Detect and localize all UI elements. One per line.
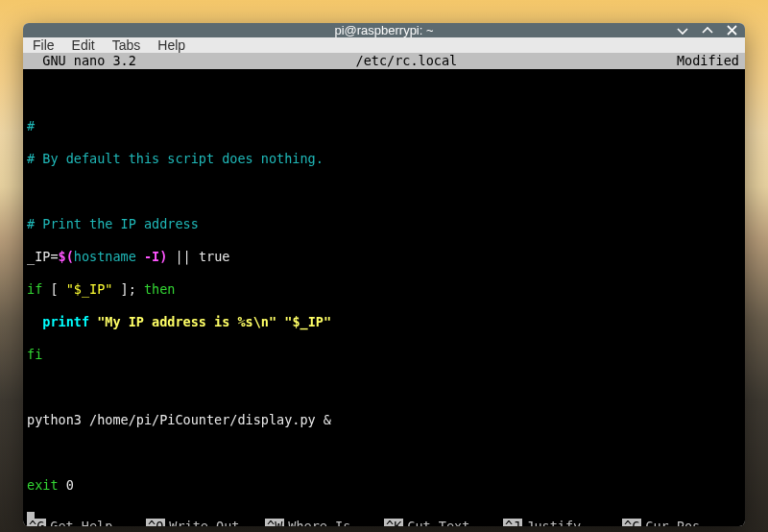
help-key: ^K bbox=[384, 519, 403, 526]
code-token: exit bbox=[27, 477, 59, 493]
code-line: python3 /home/pi/PiCounter/display.py & bbox=[27, 412, 331, 427]
help-key: ^C bbox=[622, 519, 641, 526]
code-token: then bbox=[144, 281, 176, 297]
code-line: # Print the IP address bbox=[27, 216, 199, 231]
code-token: true bbox=[199, 249, 230, 264]
code-token: -I bbox=[144, 249, 159, 264]
help-label: Cur Pos bbox=[641, 519, 700, 526]
help-label: Justify bbox=[522, 519, 581, 526]
code-token: fi bbox=[27, 347, 42, 362]
code-token: hostname bbox=[74, 249, 144, 264]
help-label: Write Out bbox=[165, 519, 239, 526]
menu-tabs[interactable]: Tabs bbox=[112, 37, 141, 53]
nano-help-bar: ^GGet Help ^OWrite Out ^WWhere Is ^KCut … bbox=[27, 519, 741, 526]
code-token: = bbox=[50, 249, 58, 264]
help-item[interactable]: ^OWrite Out bbox=[146, 519, 265, 526]
nano-statusbar: GNU nano 3.2 /etc/rc.local Modified bbox=[23, 53, 745, 69]
code-token: $( bbox=[59, 249, 74, 264]
help-item[interactable]: ^JJustify bbox=[503, 519, 622, 526]
menubar: File Edit Tabs Help bbox=[23, 37, 745, 53]
terminal-area[interactable]: GNU nano 3.2 /etc/rc.local Modified # # … bbox=[23, 53, 745, 526]
code-token bbox=[89, 314, 97, 329]
code-token: "$_IP" bbox=[66, 281, 113, 297]
menu-help[interactable]: Help bbox=[157, 37, 185, 53]
help-key: ^J bbox=[503, 519, 522, 526]
editor-content[interactable]: # # By default this script does nothing.… bbox=[23, 69, 745, 526]
code-token: ]; bbox=[112, 281, 144, 297]
menu-edit[interactable]: Edit bbox=[72, 37, 95, 53]
terminal-window: pi@raspberrypi: ~ File Edit Tabs Help GN… bbox=[23, 23, 745, 526]
help-item[interactable]: ^GGet Help bbox=[27, 519, 146, 526]
code-token: [ bbox=[42, 281, 65, 297]
code-line: # bbox=[27, 118, 35, 133]
code-token: || bbox=[167, 249, 199, 264]
help-item[interactable]: ^KCut Text bbox=[384, 519, 503, 526]
code-token: printf bbox=[42, 314, 89, 329]
help-key: ^G bbox=[27, 519, 46, 526]
window-controls bbox=[677, 25, 737, 36]
window-title: pi@raspberrypi: ~ bbox=[334, 23, 433, 37]
menu-file[interactable]: File bbox=[33, 37, 55, 53]
maximize-icon[interactable] bbox=[702, 25, 713, 36]
nano-modified: Modified bbox=[677, 53, 745, 69]
code-token: "My IP address is %s\n" bbox=[97, 314, 276, 329]
help-label: Get Help bbox=[46, 519, 112, 526]
code-token: 0 bbox=[59, 477, 74, 493]
code-token bbox=[27, 314, 42, 329]
help-item[interactable]: ^WWhere Is bbox=[265, 519, 384, 526]
code-token: "$_IP" bbox=[284, 314, 331, 329]
minimize-icon[interactable] bbox=[677, 25, 688, 36]
titlebar: pi@raspberrypi: ~ bbox=[23, 23, 745, 37]
help-label: Where Is bbox=[284, 519, 350, 526]
code-token: _IP bbox=[27, 249, 50, 264]
code-token: if bbox=[27, 281, 42, 297]
help-item[interactable]: ^CCur Pos bbox=[622, 519, 741, 526]
code-line: # By default this script does nothing. bbox=[27, 151, 324, 166]
nano-version: GNU nano 3.2 bbox=[23, 53, 136, 69]
help-key: ^W bbox=[265, 519, 284, 526]
nano-filename: /etc/rc.local bbox=[136, 53, 677, 69]
help-key: ^O bbox=[146, 519, 165, 526]
close-icon[interactable] bbox=[727, 25, 737, 36]
help-label: Cut Text bbox=[403, 519, 469, 526]
